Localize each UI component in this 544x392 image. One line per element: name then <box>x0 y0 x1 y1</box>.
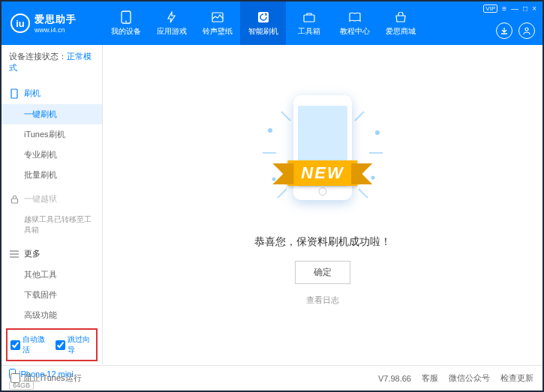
svg-point-17 <box>375 130 380 135</box>
ok-button[interactable]: 确定 <box>295 261 350 284</box>
nav-apps[interactable]: 应用游戏 <box>149 1 194 45</box>
svg-rect-3 <box>258 12 269 22</box>
apps-icon <box>165 10 179 24</box>
svg-line-14 <box>278 189 287 198</box>
vip-icon[interactable]: VIP <box>483 4 497 13</box>
store-icon <box>394 10 407 24</box>
app-url: www.i4.cn <box>35 26 77 34</box>
auto-activate-checkbox[interactable]: 自动激活 <box>11 334 48 355</box>
category-flash[interactable]: 刷机 <box>2 82 102 104</box>
success-message: 恭喜您，保资料刷机成功啦！ <box>254 235 391 249</box>
sidebar-item-itunes[interactable]: iTunes刷机 <box>2 124 102 145</box>
sidebar-item-advanced[interactable]: 高级功能 <box>2 305 102 325</box>
lock-icon <box>9 194 20 205</box>
more-icon <box>9 249 20 259</box>
download-button[interactable] <box>496 22 512 39</box>
window-controls: VIP ≡ — □ × <box>483 4 536 13</box>
new-ribbon: NEW <box>287 160 357 186</box>
main-content: NEW 恭喜您，保资料刷机成功啦！ 确定 查看日志 <box>103 45 542 365</box>
maximize-icon[interactable]: □ <box>523 4 527 13</box>
jailbreak-note: 越狱工具已转移至工具箱 <box>2 210 102 240</box>
svg-point-5 <box>525 28 528 31</box>
category-more[interactable]: 更多 <box>2 243 102 265</box>
options-highlight: 自动激活 跳过向导 <box>6 328 98 361</box>
sidebar: 设备连接状态：正常模式 刷机 一键刷机 iTunes刷机 专业刷机 批量刷机 一… <box>2 45 103 365</box>
menu-icon[interactable]: ≡ <box>502 4 506 13</box>
main-nav: 我的设备 应用游戏 铃声壁纸 智能刷机 工具箱 教程中心 爱思商城 <box>103 1 542 45</box>
refresh-icon <box>257 10 270 24</box>
service-link[interactable]: 客服 <box>422 373 438 384</box>
sidebar-item-other[interactable]: 其他工具 <box>2 265 102 285</box>
logo-icon: iu <box>11 13 30 33</box>
sidebar-item-firmware[interactable]: 下载固件 <box>2 285 102 305</box>
svg-line-11 <box>355 112 364 121</box>
view-log-link[interactable]: 查看日志 <box>306 295 339 306</box>
minimize-icon[interactable]: — <box>511 4 518 13</box>
svg-rect-6 <box>11 89 17 98</box>
connection-status: 设备连接状态：正常模式 <box>2 45 102 79</box>
phone-icon <box>9 88 20 99</box>
block-itunes-checkbox[interactable]: 阻止iTunes运行 <box>11 373 82 384</box>
skip-wizard-checkbox[interactable]: 跳过向导 <box>56 334 93 355</box>
nav-tutorials[interactable]: 教程中心 <box>332 1 377 45</box>
toolbox-icon <box>302 10 316 24</box>
sidebar-item-batch[interactable]: 批量刷机 <box>2 165 102 185</box>
wechat-link[interactable]: 微信公众号 <box>449 373 490 384</box>
nav-ringtones[interactable]: 铃声壁纸 <box>194 1 240 45</box>
nav-toolbox[interactable]: 工具箱 <box>286 1 332 45</box>
svg-rect-7 <box>11 199 17 203</box>
wallpaper-icon <box>211 10 224 24</box>
svg-line-15 <box>359 189 368 198</box>
sidebar-item-pro[interactable]: 专业刷机 <box>2 145 102 165</box>
svg-line-10 <box>281 112 290 121</box>
category-jailbreak[interactable]: 一键越狱 <box>2 188 102 210</box>
close-icon[interactable]: × <box>532 4 536 13</box>
logo: iu 爱思助手 www.i4.cn <box>2 13 103 34</box>
update-link[interactable]: 检查更新 <box>500 373 533 384</box>
svg-rect-4 <box>304 15 314 22</box>
book-icon <box>348 10 362 24</box>
success-illustration: NEW <box>244 89 401 217</box>
app-title: 爱思助手 <box>35 13 77 26</box>
version-label: V7.98.66 <box>378 374 411 383</box>
header: iu 爱思助手 www.i4.cn 我的设备 应用游戏 铃声壁纸 智能刷机 工具… <box>2 1 542 45</box>
phone-icon <box>119 10 133 24</box>
sidebar-item-oneclick[interactable]: 一键刷机 <box>2 104 102 124</box>
user-button[interactable] <box>518 22 535 39</box>
nav-my-device[interactable]: 我的设备 <box>103 1 149 45</box>
nav-store[interactable]: 爱思商城 <box>377 1 423 45</box>
svg-point-16 <box>268 128 272 133</box>
svg-point-1 <box>125 20 127 22</box>
nav-flash[interactable]: 智能刷机 <box>240 1 286 45</box>
